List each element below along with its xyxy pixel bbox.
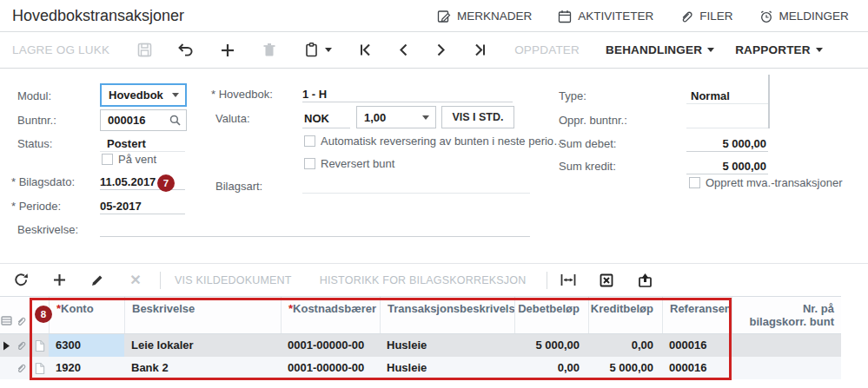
rapporter-menu-button[interactable]: RAPPORTER (735, 43, 811, 56)
bilagsdato-label: * Bilagsdato: (11, 175, 75, 188)
modul-value: Hovedbok (102, 89, 167, 102)
header-transaksjonsbeskrivelse[interactable]: Transaksjonsbeskrivelse (380, 297, 514, 333)
cell-referansen[interactable]: 000016 (662, 357, 732, 379)
status-underline (100, 151, 185, 152)
calendar-icon (558, 10, 572, 23)
copy-icon[interactable] (302, 42, 320, 59)
delete-row-icon[interactable]: ✕ (127, 272, 144, 289)
export-excel-icon[interactable] (598, 272, 615, 289)
cell-beskrivelse[interactable]: Leie lokaler (124, 334, 281, 357)
buntnr-value: 000016 (101, 114, 169, 127)
sum-debet-value: 5 000,00 (686, 137, 766, 150)
rapporter-caret-icon[interactable] (816, 48, 823, 52)
prev-record-icon[interactable] (394, 42, 412, 59)
menu-label: MELDINGER (779, 10, 849, 23)
cell-debetbelop[interactable]: 0,00 (514, 357, 588, 379)
hovedbok-value[interactable]: 1 - H (302, 88, 327, 101)
pa-vent-label: På vent (118, 153, 156, 166)
buntnr-field[interactable]: 000016 (100, 109, 187, 131)
checkbox-icon (304, 158, 315, 169)
type-label: Type: (559, 89, 586, 102)
last-record-icon[interactable] (471, 42, 488, 59)
cell-kreditbelop[interactable]: 0,00 (588, 334, 662, 357)
menu-merknader[interactable]: MERKNADER (437, 10, 532, 23)
attachment-icon[interactable] (12, 357, 30, 379)
cell-transaksjonsbeskrivelse[interactable]: Husleie (380, 334, 514, 357)
cell-transaksjonsbeskrivelse[interactable]: Husleie (380, 357, 514, 379)
chevron-down-icon (172, 93, 179, 97)
table-row[interactable]: 6300 Leie lokaler 0001-00000-00 Husleie … (0, 334, 841, 357)
fit-width-icon[interactable] (560, 272, 577, 289)
reversert-bunt-label: Reversert bunt (321, 157, 394, 170)
attachments-column-header[interactable] (12, 297, 30, 333)
header-kostnadsbaerer[interactable]: *Kostnadsbærer (281, 297, 380, 333)
import-icon[interactable] (636, 272, 653, 289)
historikk-bilagskorreksjon-button[interactable]: HISTORIKK FOR BILAGSKORREKSJON (320, 274, 527, 286)
auto-reversering-checkbox[interactable]: Automatisk reversering av bunten i neste… (304, 135, 565, 148)
cell-konto[interactable]: 1920 (49, 357, 124, 379)
header-debetbelop[interactable]: Debetbeløp (514, 297, 588, 333)
form-scrollbar[interactable] (768, 75, 770, 128)
save-icon[interactable] (136, 42, 153, 59)
active-row-arrow-icon (0, 334, 12, 357)
pa-vent-checkbox[interactable]: På vent (102, 153, 156, 166)
add-icon[interactable] (219, 42, 236, 59)
header-beskrivelse[interactable]: Beskrivelse (124, 297, 281, 333)
first-record-icon[interactable] (356, 42, 374, 59)
attachment-icon[interactable] (12, 334, 30, 357)
menu-meldinger[interactable]: MELDINGER (759, 10, 849, 23)
cell-referansen[interactable]: 000016 (662, 334, 732, 357)
menu-filer[interactable]: FILER (679, 10, 732, 23)
menu-label: AKTIVITETER (578, 10, 653, 23)
cell-kreditbelop[interactable]: 5 000,00 (588, 357, 662, 379)
behandlinger-caret-icon[interactable] (707, 48, 714, 52)
vis-kildedokument-button[interactable]: VIS KILDEDOKUMENT (175, 274, 292, 286)
reversert-bunt-checkbox[interactable]: Reversert bunt (304, 157, 394, 170)
alarm-icon (759, 10, 773, 23)
oppdater-button[interactable]: OPPDATER (514, 43, 580, 56)
annotation-step-badge-7: 7 (157, 174, 175, 192)
copy-menu-caret-icon[interactable] (325, 48, 332, 52)
sum-kredit-underline (686, 174, 768, 174)
menu-aktiviteter[interactable]: AKTIVITETER (558, 10, 653, 23)
cell-nr-pa[interactable] (732, 357, 841, 379)
delete-icon[interactable] (261, 42, 278, 59)
periode-value[interactable]: 05-2017 (100, 200, 142, 213)
opprett-mva-checkbox[interactable]: Opprett mva.-transaksjoner (689, 176, 843, 189)
header-nr-pa-bilagskorr-bunt[interactable]: Nr. påbilagskorr. bunt (732, 297, 841, 333)
cell-debetbelop[interactable]: 5 000,00 (514, 334, 588, 357)
ledger-transactions-screen: Hovedbokstransaksjoner MERKNADER AKTIVIT… (0, 0, 868, 388)
edit-row-icon[interactable] (89, 272, 106, 289)
cell-kostnadsbaerer[interactable]: 0001-00000-00 (281, 334, 380, 357)
undo-icon[interactable] (177, 42, 195, 59)
header-konto[interactable]: *Konto (49, 297, 124, 333)
modul-dropdown[interactable]: Hovedbok (100, 83, 187, 107)
refresh-icon[interactable] (12, 272, 30, 289)
bilagsdato-value[interactable]: 11.05.2017 (100, 175, 156, 188)
search-icon[interactable] (169, 115, 181, 126)
note-file-icon[interactable] (30, 357, 49, 379)
valuta-currency-value[interactable]: NOK (304, 112, 329, 125)
cell-kostnadsbaerer[interactable]: 0001-00000-00 (281, 357, 380, 379)
next-record-icon[interactable] (433, 42, 450, 59)
chevron-down-icon (422, 115, 429, 120)
grid-toolbar: ✕ VIS KILDEDOKUMENT HISTORIKK FOR BILAGS… (0, 263, 868, 296)
table-row[interactable]: 1920 Bank 2 0001-00000-00 Husleie 0,00 5… (0, 357, 841, 379)
hovedbok-underline (302, 102, 513, 102)
cell-nr-pa[interactable] (732, 334, 841, 357)
cell-konto[interactable]: 6300 (49, 334, 124, 357)
header-referansen[interactable]: Referansen (662, 297, 732, 333)
status-label: Status: (17, 137, 52, 150)
vis-i-std-button[interactable]: VIS I STD. (441, 106, 514, 128)
behandlinger-menu-button[interactable]: BEHANDLINGER (606, 43, 702, 56)
cell-beskrivelse[interactable]: Bank 2 (124, 357, 281, 379)
add-row-icon[interactable] (50, 272, 68, 289)
header-kreditbelop[interactable]: Kreditbeløp (588, 297, 662, 333)
save-close-button[interactable]: LAGRE OG LUKK (12, 43, 109, 56)
checkbox-icon (689, 177, 700, 188)
periode-label: * Periode: (11, 200, 61, 213)
valuta-rate-dropdown[interactable]: 1,00 (356, 106, 436, 128)
checkbox-icon (102, 154, 113, 165)
note-file-icon[interactable] (30, 334, 49, 357)
buntnr-label: Buntnr.: (17, 114, 56, 127)
